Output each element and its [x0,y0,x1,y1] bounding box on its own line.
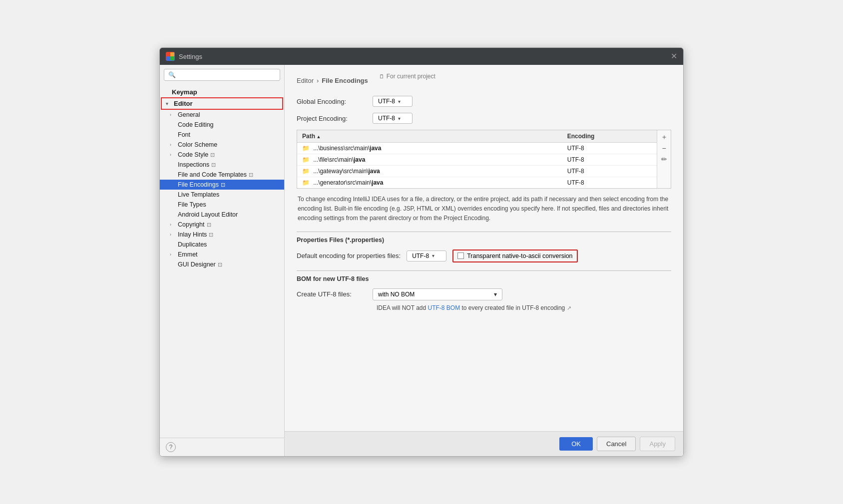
utf8-bom-link[interactable]: UTF-8 BOM [427,304,460,311]
table-row[interactable]: 📁 ...\file\src\main\java UTF-8 [297,154,671,166]
main-content: Editor › File Encodings For current proj… [285,65,683,456]
project-encoding-value: UTF-8 [378,115,395,122]
search-input[interactable] [164,69,280,81]
native-to-ascii-checkbox-label[interactable]: Transparent native-to-ascii conversion [452,250,577,262]
sidebar-item-file-types[interactable]: File Types [160,200,284,210]
sidebar-item-emmet[interactable]: › Emmet [160,250,284,259]
sidebar-item-android-layout-editor[interactable]: Android Layout Editor [160,210,284,220]
properties-group-title: Properties Files (*.properties) [297,237,388,244]
sidebar-item-code-style[interactable]: › Code Style ⊡ [160,150,284,160]
folder-icon: 📁 [302,145,310,152]
checkbox-label-text: Transparent native-to-ascii conversion [467,252,572,259]
chevron-icon: › [170,232,176,237]
native-to-ascii-checkbox[interactable] [457,252,464,259]
help-button[interactable]: ? [166,442,176,452]
dropdown-arrow-icon: ▾ [398,99,401,104]
settings-dialog: Settings ✕ Keymap ▾ Editor [159,47,684,457]
sidebar-item-file-code-templates[interactable]: File and Code Templates ⊡ [160,170,284,180]
app-icon [166,52,175,61]
breadcrumb-parent: Editor [297,77,314,84]
sidebar-item-editor[interactable]: ▾ Editor [162,98,282,109]
apply-button[interactable]: Apply [640,437,675,451]
col-encoding: Encoding [562,130,671,143]
sidebar-item-duplicates[interactable]: Duplicates [160,240,284,250]
project-encoding-label: Project Encoding: [297,115,367,122]
path-prefix: ...\gateway\src\main\ [313,168,368,175]
encoding-cell: UTF-8 [562,143,671,154]
svg-rect-2 [166,56,170,60]
table-actions: ＋ − ✏ [657,130,671,188]
default-encoding-label: Default encoding for properties files: [297,252,401,259]
editor-group: ▾ Editor [161,97,283,110]
bom-row: Create UTF-8 files: with NO BOM ▾ [297,288,671,300]
table-row[interactable]: 📁 ...\generator\src\main\java UTF-8 [297,177,671,189]
sidebar-item-label: Android Layout Editor [178,211,238,218]
breadcrumb-current: File Encodings [322,77,368,84]
sidebar-item-label: File and Code Templates [178,171,247,178]
encoding-cell: UTF-8 [562,166,671,177]
sidebar-item-label: Duplicates [178,241,207,248]
chevron-icon: › [170,152,176,157]
breadcrumb-separator: › [317,77,319,84]
chevron-icon: › [170,252,176,257]
sidebar-item-font[interactable]: Font [160,130,284,140]
path-table-wrapper: Path Encoding 📁 ...\business\src\main\ja… [297,130,671,189]
close-button[interactable]: ✕ [671,52,677,60]
sidebar-item-label: File Types [178,201,206,208]
copy-icon: ⊡ [209,232,213,238]
path-cell: 📁 ...\generator\src\main\java [297,177,562,189]
dialog-footer: OK Cancel Apply [285,431,683,456]
table-row[interactable]: 📁 ...\business\src\main\java UTF-8 [297,143,671,154]
props-encoding-row: Default encoding for properties files: U… [297,250,671,262]
sidebar-tree: Keymap ▾ Editor › General Code Editing [160,85,284,438]
path-bold: java [372,179,383,186]
search-box [160,65,284,85]
sidebar-item-label: Live Templates [178,191,219,198]
sidebar-item-file-encodings[interactable]: File Encodings ⊡ [160,180,284,190]
sidebar-item-keymap[interactable]: Keymap [160,87,284,97]
folder-icon: 📁 [302,156,310,163]
path-cell: 📁 ...\business\src\main\java [297,143,562,154]
col-path[interactable]: Path [297,130,562,143]
dropdown-arrow-icon: ▾ [398,116,401,121]
sidebar-item-gui-designer[interactable]: GUI Designer ⊡ [160,259,284,269]
properties-group: Properties Files (*.properties) Default … [297,232,671,262]
path-bold: java [370,145,381,152]
sidebar-item-copyright[interactable]: › Copyright ⊡ [160,220,284,230]
project-encoding-dropdown[interactable]: UTF-8 ▾ [373,113,413,124]
project-encoding-row: Project Encoding: UTF-8 ▾ [297,113,671,124]
folder-icon: 📁 [302,168,310,175]
sidebar-item-code-editing[interactable]: Code Editing [160,120,284,130]
sidebar-item-label: Editor [174,100,193,107]
sidebar-item-inspections[interactable]: Inspections ⊡ [160,160,284,170]
sidebar-item-live-templates[interactable]: Live Templates [160,190,284,200]
remove-row-button[interactable]: − [659,143,669,153]
path-prefix: ...\generator\src\main\ [313,179,372,186]
sidebar-item-label: Inspections [178,161,209,168]
props-encoding-dropdown[interactable]: UTF-8 ▾ [407,251,446,261]
path-table: Path Encoding 📁 ...\business\src\main\ja… [297,130,671,188]
ok-button[interactable]: OK [559,437,593,451]
sidebar-item-general[interactable]: › General [160,110,284,120]
copy-icon: ⊡ [249,172,253,178]
cancel-button[interactable]: Cancel [597,437,636,451]
chevron-icon: ▾ [166,101,172,106]
bom-dropdown[interactable]: with NO BOM ▾ [373,288,502,300]
bom-group: BOM for new UTF-8 files Create UTF-8 fil… [297,270,671,311]
path-bold: java [368,168,380,175]
global-encoding-dropdown[interactable]: UTF-8 ▾ [373,96,413,107]
sidebar-item-label: Copyright [178,221,205,228]
sidebar-item-color-scheme[interactable]: › Color Scheme [160,140,284,150]
table-row[interactable]: 📁 ...\gateway\src\main\java UTF-8 [297,166,671,177]
dropdown-arrow-icon: ▾ [432,253,434,258]
sidebar-item-label: Font [178,131,190,138]
sidebar-item-label: Keymap [172,88,197,96]
project-link[interactable]: For current project [379,73,435,80]
copy-icon: ⊡ [211,162,216,168]
add-row-button[interactable]: ＋ [659,132,669,142]
dialog-title: Settings [179,53,202,60]
sidebar-item-inlay-hints[interactable]: › Inlay Hints ⊡ [160,230,284,240]
external-link-icon[interactable]: ↗ [567,305,571,311]
edit-row-button[interactable]: ✏ [659,154,669,164]
encoding-cell: UTF-8 [562,177,671,189]
